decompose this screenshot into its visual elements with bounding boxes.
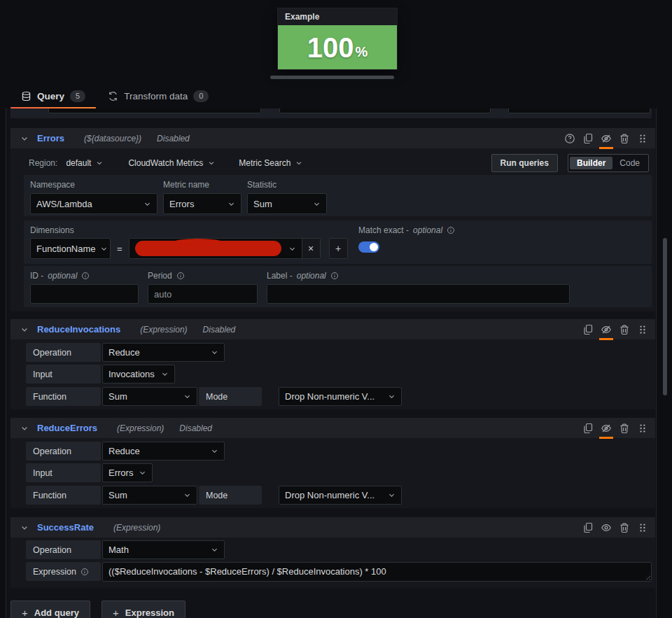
trash-icon[interactable]: [619, 133, 630, 144]
eye-slash-icon[interactable]: [601, 423, 612, 434]
drag-handle-icon[interactable]: [637, 522, 648, 533]
function-label: Function: [26, 486, 101, 505]
input-label: Input: [26, 365, 101, 384]
cutoff-input[interactable]: [508, 108, 650, 113]
operation-select[interactable]: Reduce: [102, 343, 225, 362]
chevron-down-icon: [161, 370, 169, 378]
resize-handle[interactable]: [644, 574, 650, 580]
add-expression-button[interactable]: + Expression: [102, 601, 186, 618]
query-toolbar: Region: default CloudWatch Metrics Metri…: [29, 154, 649, 172]
query-name[interactable]: Errors: [37, 133, 64, 143]
label-input[interactable]: [267, 284, 570, 304]
cutoff-input[interactable]: [279, 108, 491, 113]
stat-unit: %: [355, 44, 368, 60]
add-dimension-button[interactable]: +: [329, 238, 348, 259]
chevron-down-icon[interactable]: [295, 160, 302, 167]
add-query-button[interactable]: + Add query: [10, 601, 90, 618]
query-name[interactable]: SuccessRate: [37, 522, 94, 533]
horizontal-scrollbar[interactable]: [270, 76, 394, 79]
drag-handle-icon[interactable]: [637, 423, 648, 434]
tab-query[interactable]: Query 5: [10, 85, 97, 108]
info-icon[interactable]: [80, 568, 89, 576]
id-input[interactable]: [30, 284, 139, 304]
input-label: Input: [26, 463, 101, 482]
query-header[interactable]: ReduceErrors (Expression) Disabled: [10, 418, 655, 438]
mode-select[interactable]: Drop Non-numeric V...: [279, 387, 402, 406]
eye-icon[interactable]: [601, 522, 612, 533]
builder-segment[interactable]: Builder: [570, 157, 612, 169]
drag-handle-icon[interactable]: [637, 133, 648, 144]
operation-select[interactable]: Math: [102, 540, 225, 559]
expression-input[interactable]: (($ReduceInvocations - $ReduceErrors) / …: [102, 562, 652, 582]
function-row: Function Sum Mode Drop Non-numeric V...: [26, 486, 402, 505]
statistic-select[interactable]: Sum: [247, 193, 327, 214]
query-name[interactable]: ReduceErrors: [37, 423, 97, 433]
vertical-scrollbar[interactable]: [663, 238, 667, 395]
chevron-down-icon[interactable]: [20, 134, 29, 143]
code-segment[interactable]: Code: [612, 157, 647, 169]
id-period-label-section: ID - optional Period auto: [24, 266, 652, 307]
copy-icon[interactable]: [582, 324, 594, 335]
expression-card-reduce-invocations: ReduceInvocations (Expression) Disabled …: [10, 319, 655, 409]
operation-label: Operation: [26, 343, 101, 362]
expression-label: Expression: [26, 562, 101, 581]
run-queries-button[interactable]: Run queries: [491, 154, 558, 172]
eye-slash-icon[interactable]: [601, 133, 612, 144]
operation-label: Operation: [26, 442, 101, 461]
query-name[interactable]: ReduceInvocations: [37, 324, 120, 335]
operation-row: Operation Math: [26, 540, 225, 559]
input-select[interactable]: Invocations: [102, 365, 175, 384]
remove-dimension-button[interactable]: ×: [302, 238, 321, 259]
eye-slash-icon[interactable]: [601, 324, 612, 335]
expression-type: (Expression): [117, 423, 164, 433]
function-select[interactable]: Sum: [102, 486, 197, 505]
trash-icon[interactable]: [619, 522, 630, 533]
match-exact-toggle[interactable]: [358, 241, 379, 253]
info-icon[interactable]: [81, 272, 90, 280]
mode-label: Mode: [199, 387, 262, 406]
disabled-underline: [599, 338, 613, 340]
query-header[interactable]: ReduceInvocations (Expression) Disabled: [10, 319, 655, 339]
dimension-value-select[interactable]: [129, 238, 302, 259]
copy-icon[interactable]: [582, 423, 594, 434]
chevron-down-icon[interactable]: [208, 160, 215, 167]
copy-icon[interactable]: [582, 522, 594, 533]
cutoff-input[interactable]: [48, 108, 261, 113]
operation-row: Operation Reduce: [26, 343, 225, 362]
tab-transform-data[interactable]: Transform data 0: [97, 85, 220, 108]
input-select[interactable]: Errors: [102, 463, 153, 482]
info-icon[interactable]: [330, 272, 339, 280]
info-icon[interactable]: [176, 272, 185, 280]
chevron-down-icon[interactable]: [96, 160, 103, 167]
namespace-select[interactable]: AWS/Lambda: [30, 193, 158, 214]
operation-select[interactable]: Reduce: [102, 442, 225, 461]
chevron-down-icon[interactable]: [20, 424, 29, 433]
dimension-key-select[interactable]: FunctionName: [30, 238, 111, 259]
cutoff-editor-section: [10, 108, 652, 118]
chevron-down-icon[interactable]: [20, 325, 29, 334]
function-select[interactable]: Sum: [102, 387, 197, 406]
dimension-row: FunctionName = × +: [30, 238, 348, 259]
query-header[interactable]: Errors (${datasource}) Disabled: [10, 128, 655, 148]
info-icon[interactable]: [447, 226, 455, 234]
id-label: ID - optional: [30, 271, 139, 281]
region-select[interactable]: default: [66, 158, 91, 168]
tab-transform-count: 0: [193, 90, 209, 102]
mode-select[interactable]: Drop Non-numeric V...: [279, 486, 402, 505]
trash-icon[interactable]: [619, 324, 630, 335]
label-label: Label - optional: [267, 271, 570, 281]
query-header[interactable]: SuccessRate (Expression): [10, 517, 655, 538]
mode-label: Mode: [199, 486, 262, 505]
help-icon[interactable]: [564, 133, 575, 144]
datasource-select[interactable]: CloudWatch Metrics: [128, 158, 203, 168]
dimensions-section: Dimensions FunctionName = × + Mat: [24, 220, 652, 264]
chevron-down-icon: [211, 349, 218, 356]
query-mode-select[interactable]: Metric Search: [239, 158, 290, 168]
trash-icon[interactable]: [619, 423, 630, 434]
chevron-down-icon[interactable]: [20, 524, 29, 532]
metric-name-select[interactable]: Errors: [163, 193, 241, 214]
period-input[interactable]: auto: [148, 284, 258, 304]
drag-handle-icon[interactable]: [637, 324, 648, 335]
namespace-label: Namespace: [30, 180, 158, 190]
copy-icon[interactable]: [582, 133, 594, 144]
